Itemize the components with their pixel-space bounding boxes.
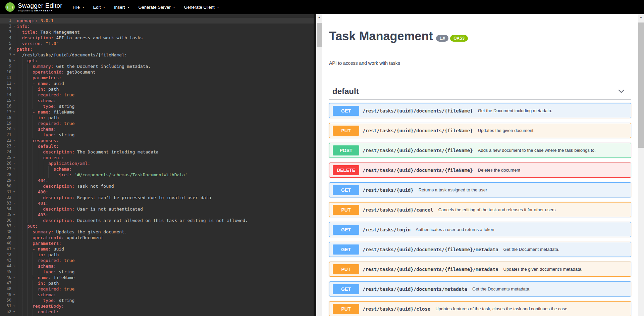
line-number: 3 — [0, 29, 11, 35]
fold-caret-icon[interactable]: ▾ — [11, 212, 17, 218]
code-line-text: 404: — [17, 178, 314, 183]
operation-row[interactable]: GET/rest/tasks/{uuid}/documents/{fileNam… — [329, 103, 631, 118]
line-number: 6 — [0, 46, 11, 52]
gutter-spacer — [11, 280, 17, 286]
fold-caret-icon[interactable]: ▾ — [11, 126, 17, 132]
editor-line: 9summary: Get the Document including met… — [0, 63, 314, 69]
code-line-text: 400: — [17, 189, 314, 195]
line-number: 35 — [0, 212, 11, 218]
fold-caret-icon[interactable]: ▾ — [11, 58, 17, 63]
preview-scrollbar[interactable]: ▲ — [638, 14, 644, 316]
fold-caret-icon[interactable]: ▾ — [11, 263, 17, 269]
fold-caret-icon[interactable]: ▾ — [11, 166, 17, 172]
operation-row[interactable]: PUT/rest/tasks/{uuid}/cancelCancels the … — [329, 202, 631, 217]
indent-guide — [17, 92, 38, 98]
indent-guide — [17, 258, 38, 263]
fold-caret-icon[interactable]: ▾ — [11, 309, 17, 315]
line-number: 38 — [0, 229, 11, 235]
yaml-editor-pane[interactable]: 1openapi: 3.0.12▾info:3title: Task Manag… — [0, 14, 314, 316]
swagger-editor-logo[interactable]: {…} Swagger Editor Supported by SMARTBEA… — [5, 2, 62, 12]
operation-path: /rest/tasks/{uuid} — [363, 187, 414, 193]
line-number: 7 — [0, 52, 11, 58]
fold-caret-icon[interactable]: ▾ — [11, 189, 17, 195]
code-line-text: openapi: 3.0.1 — [17, 18, 314, 24]
editor-line: 48required: true — [0, 286, 314, 292]
operation-path: /rest/tasks/{uuid}/documents/metadata — [363, 286, 467, 292]
fold-caret-icon[interactable]: ▾ — [11, 52, 17, 58]
menu-item-edit[interactable]: Edit ▼ — [89, 0, 110, 14]
code-line-text: 401: — [17, 200, 314, 206]
chevron-down-icon: ▼ — [103, 6, 105, 8]
editor-scrollbar[interactable]: ▲ — [316, 14, 322, 316]
editor-line: 27▾schema: — [0, 166, 314, 172]
fold-caret-icon[interactable]: ▾ — [11, 161, 17, 166]
menu-item-file[interactable]: File ▼ — [68, 0, 89, 14]
pane-splitter[interactable] — [314, 14, 316, 316]
operation-path: /rest/tasks/login — [363, 227, 411, 232]
editor-line: 8▾get: — [0, 58, 314, 63]
menu-item-generate-client[interactable]: Generate Client ▼ — [179, 0, 223, 14]
fold-caret-icon[interactable]: ▾ — [11, 81, 17, 86]
operation-row[interactable]: DELETE/rest/tasks/{uuid}/documents/{file… — [329, 163, 631, 178]
code-line-text: description: API to access and work with… — [17, 35, 314, 41]
fold-caret-icon[interactable]: ▾ — [11, 143, 17, 149]
fold-caret-icon[interactable]: ▾ — [11, 292, 17, 298]
fold-caret-icon[interactable]: ▾ — [11, 46, 17, 52]
code-line-text: description: Task not found — [17, 183, 314, 189]
fold-caret-icon[interactable]: ▾ — [11, 275, 17, 280]
menu-item-generate-server[interactable]: Generate Server ▼ — [134, 0, 179, 14]
editor-line: 17▾- name: fileName — [0, 109, 314, 115]
section-default-header[interactable]: default — [329, 83, 631, 100]
code-line-text: type: string — [17, 298, 314, 303]
indent-guide — [17, 309, 38, 315]
fold-caret-icon[interactable]: ▾ — [11, 223, 17, 229]
editor-line: 4description: API to access and work wit… — [0, 35, 314, 41]
code-line-text: /rest/tasks/{uuid}/documents/{fileName}: — [17, 52, 314, 58]
fold-caret-icon[interactable]: ▾ — [11, 178, 17, 183]
scroll-up-button[interactable]: ▲ — [316, 14, 322, 19]
preview-scrollbar-thumb[interactable] — [638, 22, 644, 148]
operation-row[interactable]: PUT/rest/tasks/{uuid}/closeUpdates featu… — [329, 301, 631, 316]
operation-row[interactable]: GET/rest/tasks/loginAuthenticates a user… — [329, 222, 631, 237]
operation-row[interactable]: POST/rest/tasks/{uuid}/documents/{fileNa… — [329, 143, 631, 158]
chevron-down-icon[interactable] — [618, 89, 625, 93]
indent-guide — [17, 75, 33, 81]
operation-row[interactable]: GET/rest/tasks/{uuid}/documents/metadata… — [329, 281, 631, 297]
fold-caret-icon[interactable]: ▾ — [11, 303, 17, 309]
line-number: 48 — [0, 286, 11, 292]
fold-caret-icon[interactable]: ▾ — [11, 246, 17, 252]
operation-row[interactable]: PUT/rest/tasks/{uuid}/documents/{fileNam… — [329, 123, 631, 138]
code-line-text: responses: — [17, 138, 314, 143]
code-line-text: application/octet-stream: — [17, 315, 314, 316]
code-line-text: get: — [17, 58, 314, 63]
editor-scrollbar-thumb[interactable] — [317, 23, 322, 47]
line-number: 32 — [0, 195, 11, 200]
code-line-text: required: true — [17, 286, 314, 292]
logo-subtitle-prefix: Supported by — [18, 9, 34, 12]
line-number: 1 — [0, 18, 11, 24]
fold-caret-icon[interactable]: ▾ — [11, 155, 17, 161]
code-line-text: operationId: getDocument — [17, 69, 314, 75]
line-number: 31 — [0, 189, 11, 195]
scroll-up-button[interactable]: ▲ — [638, 14, 644, 19]
method-badge: GET — [333, 225, 359, 235]
code-line-text: schema: — [17, 292, 314, 298]
fold-caret-icon[interactable]: ▾ — [11, 200, 17, 206]
line-number: 22 — [0, 138, 11, 143]
menu-item-insert[interactable]: Insert ▼ — [110, 0, 134, 14]
operation-row[interactable]: GET/rest/tasks/{uuid}/documents/{fileNam… — [329, 242, 631, 257]
code-line-text: description: Documents are not allwoed o… — [17, 218, 314, 223]
indent-guide — [17, 52, 22, 58]
fold-caret-icon[interactable]: ▾ — [11, 138, 17, 143]
indent-guide — [17, 275, 33, 280]
operation-row[interactable]: GET/rest/tasks/{uuid}Returns a task assi… — [329, 182, 631, 197]
fold-caret-icon[interactable]: ▾ — [11, 24, 17, 29]
fold-caret-icon[interactable]: ▾ — [11, 98, 17, 103]
line-number: 18 — [0, 115, 11, 121]
code-line-text: schema: — [17, 98, 314, 103]
indent-guide — [17, 126, 38, 132]
fold-caret-icon[interactable]: ▾ — [11, 109, 17, 115]
gutter-spacer — [11, 18, 17, 24]
code-line-text: in: path — [17, 252, 314, 258]
operation-row[interactable]: PUT/rest/tasks/{uuid}/documents/{fileNam… — [329, 262, 631, 277]
